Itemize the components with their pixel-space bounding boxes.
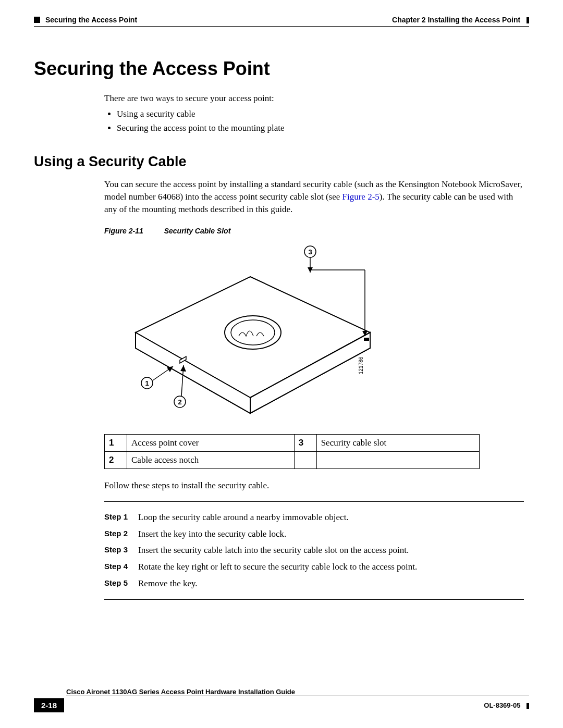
header-chapter: Chapter 2 Installing the Access Point xyxy=(392,16,529,24)
page-title: Securing the Access Point xyxy=(34,58,529,80)
follow-text: Follow these steps to install the securi… xyxy=(104,479,524,492)
figure: 3 1 2 121786 xyxy=(104,241,524,429)
bullet-item: Using a security cable xyxy=(117,108,524,120)
legend-empty xyxy=(316,452,479,469)
svg-rect-5 xyxy=(364,338,369,341)
rule xyxy=(104,501,524,502)
table-row: 2 Cable access notch xyxy=(105,452,480,469)
footer-rule xyxy=(66,696,529,696)
footer-bar-icon xyxy=(527,703,529,709)
intro-text: There are two ways to secure your access… xyxy=(104,92,524,105)
footer-guide-title: Cisco Aironet 1130AG Series Access Point… xyxy=(66,688,295,696)
step-label: Step 3 xyxy=(104,544,138,557)
svg-point-4 xyxy=(231,320,275,345)
step-label: Step 2 xyxy=(104,528,138,540)
legend-num: 1 xyxy=(105,435,127,452)
step-text: Rotate the key right or left to secure t… xyxy=(138,561,524,573)
svg-text:3: 3 xyxy=(308,248,312,256)
device-diagram-icon: 3 1 2 121786 xyxy=(104,241,396,429)
step-text: Loop the security cable around a nearby … xyxy=(138,511,524,524)
section-heading: Using a Security Cable xyxy=(34,154,529,170)
header-bar-icon xyxy=(527,17,529,23)
header-square-icon xyxy=(34,17,40,23)
section-body: You can secure the access point by insta… xyxy=(104,178,524,599)
page-footer: Cisco Aironet 1130AG Series Access Point… xyxy=(34,688,529,712)
figure-legend-table: 1 Access point cover 3 Security cable sl… xyxy=(104,434,480,469)
intro-bullets: Using a security cable Securing the acce… xyxy=(104,108,524,134)
steps-list: Step 1 Loop the security cable around a … xyxy=(104,511,524,590)
legend-text: Access point cover xyxy=(127,435,295,452)
rule xyxy=(104,599,524,600)
footer-doc-number: OL-8369-05 xyxy=(484,701,529,709)
svg-text:1: 1 xyxy=(145,379,149,387)
step-text: Remove the key. xyxy=(138,577,524,590)
figure-caption: Figure 2-11Security Cable Slot xyxy=(104,226,524,237)
step-label: Step 1 xyxy=(104,511,138,524)
page-number: 2-18 xyxy=(34,698,64,712)
legend-text: Security cable slot xyxy=(316,435,479,452)
running-header: Securing the Access Point Chapter 2 Inst… xyxy=(34,16,529,24)
section-paragraph: You can secure the access point by insta… xyxy=(104,178,524,215)
table-row: 1 Access point cover 3 Security cable sl… xyxy=(105,435,480,452)
header-rule xyxy=(34,26,529,27)
step-label: Step 5 xyxy=(104,577,138,590)
legend-num: 2 xyxy=(105,452,127,469)
header-section-title: Securing the Access Point xyxy=(45,16,137,24)
bullet-item: Securing the access point to the mountin… xyxy=(117,122,524,134)
svg-text:2: 2 xyxy=(178,398,181,406)
intro-block: There are two ways to secure your access… xyxy=(104,92,524,134)
header-left: Securing the Access Point xyxy=(34,16,137,24)
step-text: Insert the key into the security cable l… xyxy=(138,528,524,540)
figure-xref-link[interactable]: Figure 2-5 xyxy=(342,192,380,202)
legend-empty xyxy=(294,452,316,469)
svg-text:121786: 121786 xyxy=(358,357,364,375)
legend-text: Cable access notch xyxy=(127,452,295,469)
legend-num: 3 xyxy=(294,435,316,452)
page: Securing the Access Point Chapter 2 Inst… xyxy=(0,0,563,625)
step-label: Step 4 xyxy=(104,561,138,573)
step-text: Insert the security cable latch into the… xyxy=(138,544,524,557)
